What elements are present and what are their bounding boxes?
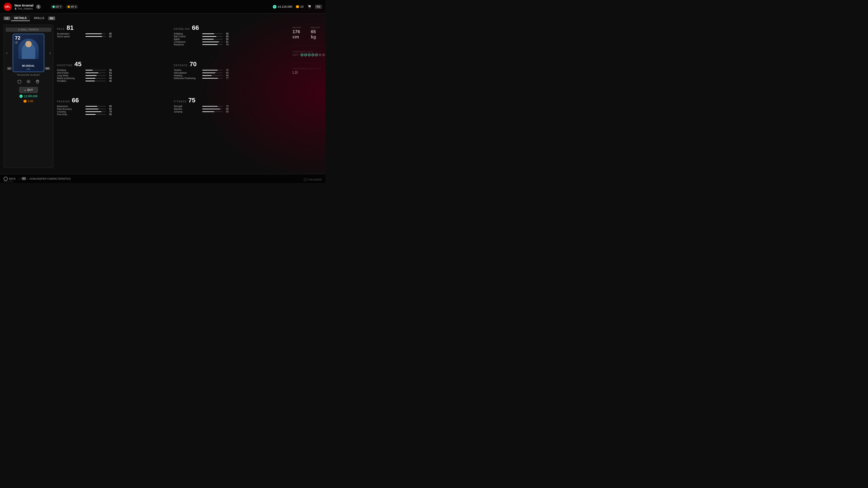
stat-bar bbox=[202, 106, 218, 107]
stat-row: Dribbling58 bbox=[174, 33, 289, 35]
compare-icon[interactable] bbox=[26, 79, 31, 84]
stat-num: 58 bbox=[224, 33, 228, 35]
tab-skills[interactable]: SKILLS bbox=[31, 15, 48, 21]
stat-row: Long Shots54 bbox=[57, 74, 172, 77]
r1-key[interactable]: R1 bbox=[49, 17, 55, 20]
cart-icon[interactable] bbox=[307, 4, 311, 9]
height-block: HEIGHT 176 cm bbox=[292, 26, 307, 39]
bottom-nav: BACK ‹ R › GOALKEEPER CHARACTERISTICS TH… bbox=[0, 174, 326, 183]
stronger-foot-block: STRONGER FOOT LEFT ★★★★★★★ bbox=[292, 51, 322, 57]
stat-bar bbox=[86, 109, 98, 109]
nav-hint: ‹ R › GOALKEEPER CHARACTERISTICS bbox=[20, 177, 71, 180]
stat-num: 55 bbox=[224, 38, 228, 40]
level-badge: 1 bbox=[36, 4, 41, 9]
stat-bar bbox=[86, 78, 95, 78]
stat-row: Ball Control69 bbox=[174, 35, 289, 38]
stat-label: Pass Accuracy bbox=[57, 108, 84, 110]
price-cp-value: 12,000,000 bbox=[24, 95, 37, 98]
stat-row: Penalties46 bbox=[57, 80, 172, 82]
defence-value: 70 bbox=[190, 61, 197, 67]
defence-stats: Tackles75Interceptions64Heading46Defensi… bbox=[174, 69, 289, 80]
stat-bar-container bbox=[86, 75, 106, 76]
price-rp-value: 5.6K bbox=[28, 100, 34, 103]
stats-section: PACE 81 Acceleration80Sprint speed82 DRI… bbox=[57, 25, 289, 168]
price-row-cp: C 12,000,000 bbox=[20, 95, 37, 98]
shooting-value: 45 bbox=[74, 61, 81, 67]
passing-stats: Awareness58Pass Accuracy63Crossing78Free… bbox=[57, 105, 172, 116]
xp-pill: XP 3 bbox=[66, 5, 78, 9]
stat-bar bbox=[202, 111, 214, 112]
stat-row: Defensive Positioning77 bbox=[174, 77, 289, 79]
shield-action-icon[interactable] bbox=[17, 79, 22, 84]
pace-stats: Acceleration80Sprint speed82 bbox=[57, 32, 172, 38]
stat-label: Shot Power bbox=[57, 72, 84, 74]
stat-num: 59 bbox=[224, 110, 228, 113]
cp-price-icon: C bbox=[20, 95, 23, 98]
stat-num: 69 bbox=[224, 35, 228, 38]
stat-row: Free kicks50 bbox=[57, 113, 172, 116]
defence-group: DEFENCE 70 Tackles75Interceptions64Headi… bbox=[174, 61, 289, 96]
shooting-category: SHOOTING bbox=[57, 64, 72, 67]
price-row-rp: 5.6K bbox=[24, 100, 34, 103]
stat-num: 64 bbox=[224, 72, 228, 74]
star-filled: ★ bbox=[304, 53, 307, 57]
stat-num: 49 bbox=[107, 77, 112, 79]
player-portrait bbox=[18, 39, 39, 59]
nav-right: C 14,216,060 10 R3 bbox=[273, 4, 322, 9]
stat-label: Interceptions bbox=[174, 72, 201, 74]
divider-1 bbox=[292, 46, 322, 46]
stat-num: 58 bbox=[107, 105, 112, 107]
l1-key[interactable]: L1 bbox=[4, 17, 10, 20]
stat-bar-container bbox=[202, 109, 223, 109]
stat-num: 75 bbox=[224, 105, 228, 107]
back-button[interactable]: BACK bbox=[4, 177, 16, 181]
stat-bar bbox=[202, 36, 216, 37]
stat-label: Reactions bbox=[174, 43, 201, 46]
card-team: UFL bbox=[26, 68, 30, 70]
stat-bar-container bbox=[202, 111, 223, 112]
stat-num: 63 bbox=[107, 72, 112, 74]
transfer-market-label: TRANSFER MARKET bbox=[17, 74, 40, 76]
svg-point-2 bbox=[310, 7, 311, 8]
svg-point-0 bbox=[15, 7, 16, 8]
xp-dot bbox=[68, 6, 70, 8]
location-icon[interactable] bbox=[35, 79, 40, 84]
stat-row: Pass Accuracy63 bbox=[57, 108, 172, 110]
stat-row: Reactions74 bbox=[174, 43, 289, 46]
stat-label: Awareness bbox=[57, 105, 84, 107]
cp-pill: CP 7 bbox=[51, 5, 63, 9]
stat-bar-container bbox=[202, 75, 223, 76]
passing-category: PASSING bbox=[57, 100, 70, 103]
stat-bar-container bbox=[86, 80, 106, 81]
stat-bar bbox=[202, 109, 220, 109]
buy-button[interactable]: BUY bbox=[19, 87, 38, 93]
prev-player-arrow[interactable]: ‹ bbox=[6, 51, 7, 55]
stat-label: Heading bbox=[174, 74, 201, 77]
fitness-stats: Strength75Stamina88Jumping59 bbox=[174, 105, 289, 113]
stat-label: Free kicks bbox=[57, 113, 84, 116]
stat-row: Heading46 bbox=[174, 74, 289, 77]
stat-bar bbox=[202, 33, 214, 34]
stat-row: Tackles75 bbox=[174, 69, 289, 71]
stat-row: Awareness58 bbox=[57, 105, 172, 107]
stat-label: Penalties bbox=[57, 80, 84, 82]
stronger-foot-value: LEFT bbox=[292, 54, 299, 56]
next-player-arrow[interactable]: › bbox=[50, 51, 51, 55]
stat-bar-container bbox=[86, 70, 106, 70]
player-card: 72 LB WIJNDAL UFL bbox=[13, 34, 44, 72]
stat-num: 54 bbox=[107, 74, 112, 77]
stat-label: Ball Control bbox=[174, 35, 201, 38]
stat-bar-container bbox=[86, 36, 106, 37]
stat-label: Acceleration bbox=[57, 33, 84, 35]
top-nav: UFL New Arsenal Tom_Hopkins 1 CP 7 XP 3 … bbox=[0, 0, 326, 13]
tab-details[interactable]: DETAILS bbox=[11, 15, 30, 21]
dribbling-value: 66 bbox=[192, 25, 199, 31]
stat-bar-container bbox=[86, 78, 106, 78]
stat-row: Interceptions64 bbox=[174, 72, 289, 74]
star-empty: ★ bbox=[318, 53, 322, 57]
divider-2 bbox=[292, 63, 322, 63]
fitness-value: 75 bbox=[188, 97, 195, 103]
team-info: New Arsenal Tom_Hopkins bbox=[14, 4, 33, 10]
svg-marker-6 bbox=[304, 178, 307, 181]
stat-bar-container bbox=[202, 44, 223, 45]
